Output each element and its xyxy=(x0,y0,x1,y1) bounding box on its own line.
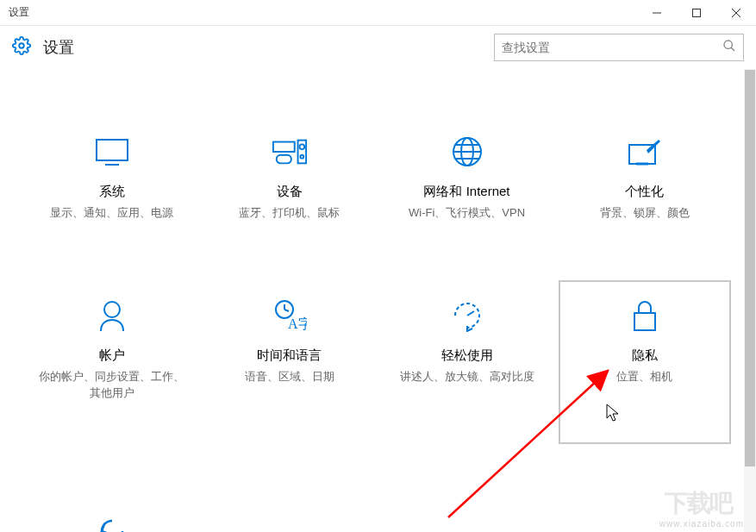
svg-point-14 xyxy=(299,144,304,149)
tile-desc: 位置、相机 xyxy=(616,369,672,385)
watermark-text: www.xiazaiba.com xyxy=(659,519,744,529)
gear-icon xyxy=(12,36,31,59)
tile-title: 轻松使用 xyxy=(441,347,493,364)
personalization-icon xyxy=(627,134,663,170)
devices-icon xyxy=(272,134,308,170)
tile-title: 设备 xyxy=(277,184,303,200)
tile-desc: 蓝牙、打印机、鼠标 xyxy=(239,205,340,222)
update-icon xyxy=(94,513,130,532)
tile-update-security[interactable]: 更新和安全 xyxy=(26,496,198,532)
tile-title: 个性化 xyxy=(625,184,664,200)
tile-privacy[interactable]: 隐私 位置、相机 xyxy=(559,280,731,444)
tile-network[interactable]: 网络和 Internet Wi-Fi、飞行模式、VPN xyxy=(381,116,553,228)
content-area: 系统 显示、通知、应用、电源 设备 蓝牙、打印机、鼠标 xyxy=(0,69,756,532)
close-button[interactable] xyxy=(716,0,756,25)
svg-line-28 xyxy=(467,311,474,316)
tile-desc: 背景、锁屏、颜色 xyxy=(600,205,690,222)
tile-title: 隐私 xyxy=(632,347,658,364)
svg-point-15 xyxy=(300,155,303,159)
tile-desc: Wi-Fi、飞行模式、VPN xyxy=(409,205,525,222)
svg-rect-7 xyxy=(97,140,128,160)
tile-ease-of-access[interactable]: 轻松使用 讲述人、放大镜、高对比度 xyxy=(381,280,553,444)
svg-point-5 xyxy=(724,41,732,48)
svg-rect-9 xyxy=(272,142,294,152)
tile-system[interactable]: 系统 显示、通知、应用、电源 xyxy=(26,116,198,228)
search-icon xyxy=(722,39,736,56)
maximize-button[interactable] xyxy=(677,0,716,25)
system-icon xyxy=(94,134,130,170)
ease-of-access-icon xyxy=(449,297,485,334)
svg-rect-29 xyxy=(634,313,655,330)
tile-accounts[interactable]: 帐户 你的帐户、同步设置、工作、其他用户 xyxy=(26,280,198,444)
window-controls xyxy=(637,0,756,25)
svg-line-6 xyxy=(731,47,734,51)
scrollbar-thumb[interactable] xyxy=(745,70,755,466)
minimize-button[interactable] xyxy=(637,0,677,25)
search-input[interactable] xyxy=(502,41,722,54)
tile-title: 系统 xyxy=(99,184,125,200)
header: 设置 xyxy=(0,26,756,69)
svg-point-23 xyxy=(104,302,120,317)
svg-rect-12 xyxy=(276,155,291,164)
tile-personalization[interactable]: 个性化 背景、锁屏、颜色 xyxy=(559,116,731,228)
tile-title: 帐户 xyxy=(99,347,125,364)
svg-rect-1 xyxy=(693,9,701,16)
globe-icon xyxy=(449,134,485,170)
scrollbar[interactable] xyxy=(744,69,756,532)
window-title: 设置 xyxy=(0,5,637,20)
tile-desc: 讲述人、放大镜、高对比度 xyxy=(400,369,534,385)
tile-title: 时间和语言 xyxy=(257,347,322,364)
tile-desc: 你的帐户、同步设置、工作、其他用户 xyxy=(39,369,185,402)
svg-point-4 xyxy=(19,43,24,48)
accounts-icon xyxy=(94,297,130,334)
lock-icon xyxy=(627,297,663,334)
svg-line-26 xyxy=(284,310,289,311)
page-title: 设置 xyxy=(43,37,494,58)
window-titlebar: 设置 xyxy=(0,0,756,26)
svg-text:A字: A字 xyxy=(288,316,307,331)
tile-devices[interactable]: 设备 蓝牙、打印机、鼠标 xyxy=(203,116,376,228)
tile-title: 网络和 Internet xyxy=(423,184,509,200)
search-box[interactable] xyxy=(494,34,744,61)
settings-grid: 系统 显示、通知、应用、电源 设备 蓝牙、打印机、鼠标 xyxy=(0,69,756,532)
time-language-icon: A字 xyxy=(272,297,308,334)
watermark-logo: 下载吧 xyxy=(665,487,732,520)
tile-desc: 显示、通知、应用、电源 xyxy=(50,205,173,222)
tile-desc: 语音、区域、日期 xyxy=(245,369,334,385)
tile-time-language[interactable]: A字 时间和语言 语音、区域、日期 xyxy=(203,280,376,444)
